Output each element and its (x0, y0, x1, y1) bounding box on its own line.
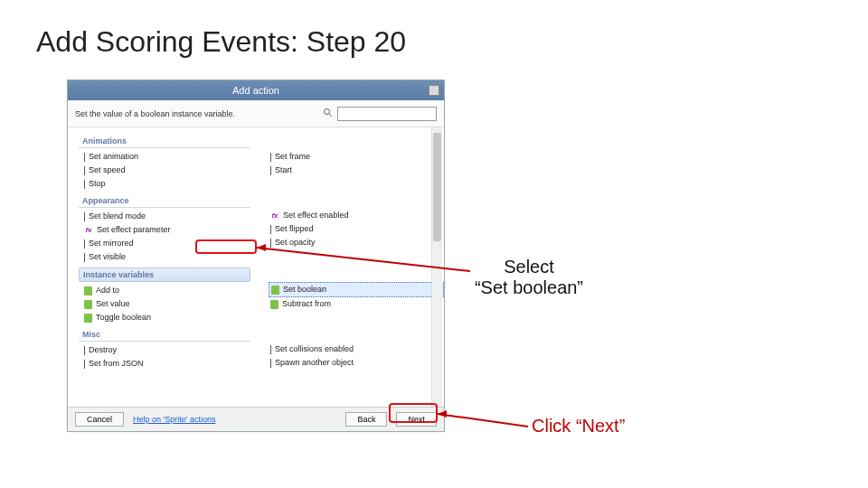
search-icon (323, 108, 334, 120)
action-set-value[interactable]: Set value (82, 297, 258, 311)
action-set-from-json[interactable]: Set from JSON (82, 357, 258, 371)
back-button[interactable]: Back (345, 412, 387, 427)
action-stop[interactable]: Stop (82, 177, 258, 191)
action-set-frame[interactable]: Set frame (269, 150, 444, 164)
bookmark-icon (84, 300, 92, 309)
bookmark-icon (270, 300, 278, 309)
slide-title: Add Scoring Events: Step 20 (36, 25, 406, 59)
action-add-to[interactable]: Add to (82, 284, 258, 297)
help-link[interactable]: Help on 'Sprite' actions (133, 415, 216, 424)
svg-point-0 (325, 108, 330, 114)
search-input[interactable] (337, 107, 437, 121)
action-set-opacity[interactable]: Set opacity (269, 236, 444, 249)
action-set-effect-parameter[interactable]: fxSet effect parameter (82, 223, 258, 237)
vertical-scrollbar[interactable] (431, 127, 442, 408)
svg-line-1 (329, 113, 332, 116)
bookmark-icon (84, 314, 92, 323)
action-spawn-another-object[interactable]: Spawn another object (269, 356, 444, 370)
category-misc: Misc (79, 328, 250, 342)
action-start[interactable]: Start (269, 164, 444, 177)
fx-icon: fx (270, 210, 279, 221)
cancel-button[interactable]: Cancel (75, 412, 124, 427)
connector-next (438, 407, 546, 434)
next-button[interactable]: Next (396, 412, 437, 427)
action-set-effect-enabled[interactable]: fxSet effect enabled (269, 209, 444, 222)
dialog-footer: Cancel Help on 'Sprite' actions Back Nex… (68, 407, 444, 431)
action-subtract-from[interactable]: Subtract from (269, 297, 444, 311)
action-set-boolean[interactable]: Set boolean (269, 282, 444, 297)
svg-line-4 (438, 414, 528, 427)
annotation-click-next: Click “Next” (532, 416, 625, 436)
action-set-flipped[interactable]: Set flipped (269, 222, 444, 236)
bookmark-icon (84, 286, 92, 296)
action-set-speed[interactable]: Set speed (82, 164, 258, 177)
scrollbar-thumb[interactable] (433, 133, 441, 241)
action-set-animation[interactable]: Set animation (82, 150, 258, 164)
add-action-dialog: Add action Set the value of a boolean in… (67, 80, 445, 432)
fx-icon: fx (84, 224, 93, 236)
dialog-body: Animations Set animation Set speed Stop … (68, 127, 444, 408)
dialog-description-bar: Set the value of a boolean instance vari… (68, 100, 444, 127)
category-appearance: Appearance (79, 194, 250, 208)
maximize-icon[interactable] (429, 85, 439, 96)
dialog-title: Add action (232, 85, 279, 96)
dialog-titlebar: Add action (68, 80, 444, 100)
action-set-blend-mode[interactable]: Set blend mode (82, 210, 258, 223)
category-animations: Animations (79, 135, 250, 148)
category-instance-variables: Instance variables (79, 267, 250, 282)
action-set-visible[interactable]: Set visible (82, 250, 258, 264)
action-set-collisions-enabled[interactable]: Set collisions enabled (269, 343, 444, 356)
action-set-mirrored[interactable]: Set mirrored (82, 237, 258, 250)
action-destroy[interactable]: Destroy (82, 343, 258, 357)
annotation-select: Select “Set boolean” (461, 257, 597, 298)
dialog-description: Set the value of a boolean instance vari… (75, 109, 235, 118)
bookmark-icon (271, 286, 279, 295)
action-toggle-boolean[interactable]: Toggle boolean (82, 311, 258, 324)
